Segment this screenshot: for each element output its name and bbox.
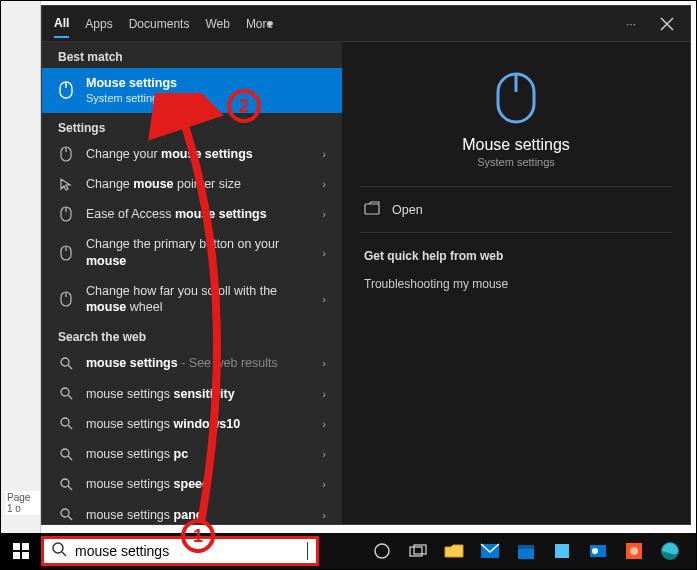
detail-subtitle: System settings [360,156,672,168]
result-web-item[interactable]: mouse settings sensitivity › [42,379,342,409]
search-icon [58,387,74,400]
svg-rect-28 [22,552,29,559]
taskbar-app-calendar[interactable] [512,537,540,565]
svg-line-21 [68,516,72,520]
section-web: Search the web [42,322,342,348]
mouse-icon [58,291,74,307]
svg-point-41 [630,547,638,555]
mouse-icon [58,206,74,222]
result-web-item[interactable]: mouse settings windows10 › [42,409,342,439]
svg-point-14 [61,418,69,426]
chevron-right-icon: › [322,418,326,430]
search-icon [58,417,74,430]
window-gutter: Page 1 o [1,1,41,537]
chevron-right-icon: › [322,247,326,259]
result-settings-item[interactable]: Change your mouse settings › [42,139,342,169]
svg-line-13 [68,395,72,399]
svg-rect-25 [13,543,20,550]
search-icon [58,448,74,461]
start-button[interactable] [1,533,41,569]
detail-title: Mouse settings [360,136,672,154]
result-settings-item[interactable]: Change how far you scroll with the mouse… [42,276,342,323]
result-settings-item[interactable]: Change the primary button on your mouse … [42,229,342,276]
tab-documents[interactable]: Documents [129,11,190,37]
tab-more[interactable]: More ▾ [246,11,273,37]
open-label: Open [392,203,423,217]
search-icon [58,508,74,521]
svg-point-29 [53,543,63,553]
svg-rect-33 [414,545,426,554]
search-panel: All Apps Documents Web More ▾ ··· Best m… [41,5,691,525]
svg-rect-36 [518,545,534,549]
mouse-icon [58,146,74,162]
svg-line-11 [68,365,72,369]
svg-rect-32 [410,547,422,556]
svg-rect-26 [22,543,29,550]
svg-rect-37 [555,544,569,558]
svg-line-30 [62,552,66,556]
taskbar-app-outlook[interactable] [584,537,612,565]
svg-point-12 [61,388,69,396]
detail-pane: Mouse settings System settings Open Get … [342,42,690,524]
result-web-item[interactable]: mouse settings pc › [42,439,342,469]
chevron-right-icon: › [322,178,326,190]
search-tabs: All Apps Documents Web More ▾ ··· [42,6,690,42]
svg-line-17 [68,456,72,460]
result-title: Mouse settings [86,76,177,90]
search-icon [58,357,74,370]
mouse-icon [58,81,74,99]
cursor-icon [58,177,74,191]
taskbar-app-cortana[interactable] [368,537,396,565]
chevron-right-icon: › [322,357,326,369]
svg-line-15 [68,425,72,429]
taskbar-app-notes[interactable] [548,537,576,565]
result-web-item[interactable]: mouse settings - See web results › [42,348,342,378]
chevron-right-icon: › [322,509,326,521]
search-icon [52,542,67,561]
taskbar-app-explorer[interactable] [440,537,468,565]
windows-icon [13,543,29,559]
open-action[interactable]: Open [360,187,672,233]
svg-rect-24 [365,204,379,214]
chevron-right-icon: › [322,448,326,460]
page-number-label: Page 1 o [5,491,40,515]
svg-point-39 [592,548,598,554]
chevron-right-icon: › [322,208,326,220]
taskbar-app-photos[interactable] [620,537,648,565]
open-icon [364,201,380,218]
tab-all[interactable]: All [54,10,69,38]
result-settings-item[interactable]: Change mouse pointer size › [42,169,342,199]
quick-help-header: Get quick help from web [360,233,672,273]
section-settings: Settings [42,113,342,139]
svg-point-10 [61,358,69,366]
results-list: Best match Mouse settings System setting… [42,42,342,524]
tab-web[interactable]: Web [205,11,229,37]
close-icon[interactable] [656,13,678,35]
search-input[interactable] [75,543,299,559]
result-subtitle: System settings [86,91,326,105]
mouse-icon [58,245,74,261]
taskbar-app-mail[interactable] [476,537,504,565]
mouse-icon [492,70,540,126]
tab-apps[interactable]: Apps [85,11,112,37]
chevron-down-icon: ▾ [267,17,273,31]
taskbar-app-edge[interactable] [656,537,684,565]
chevron-right-icon: › [322,388,326,400]
result-web-item[interactable]: mouse settings panel › [42,500,342,524]
svg-line-19 [68,486,72,490]
taskbar-search[interactable] [41,536,319,566]
more-options-icon[interactable]: ··· [622,13,640,35]
svg-point-18 [61,479,69,487]
chevron-right-icon: › [322,148,326,160]
result-settings-item[interactable]: Ease of Access mouse settings › [42,199,342,229]
quick-help-link[interactable]: Troubleshooting my mouse [360,273,672,295]
section-best-match: Best match [42,42,342,68]
svg-point-16 [61,449,69,457]
chevron-right-icon: › [322,293,326,305]
taskbar-app-taskview[interactable] [404,537,432,565]
svg-point-31 [375,544,389,558]
search-icon [58,478,74,491]
result-best-match[interactable]: Mouse settings System settings [42,68,342,113]
taskbar [1,533,696,569]
result-web-item[interactable]: mouse settings speed › [42,469,342,499]
